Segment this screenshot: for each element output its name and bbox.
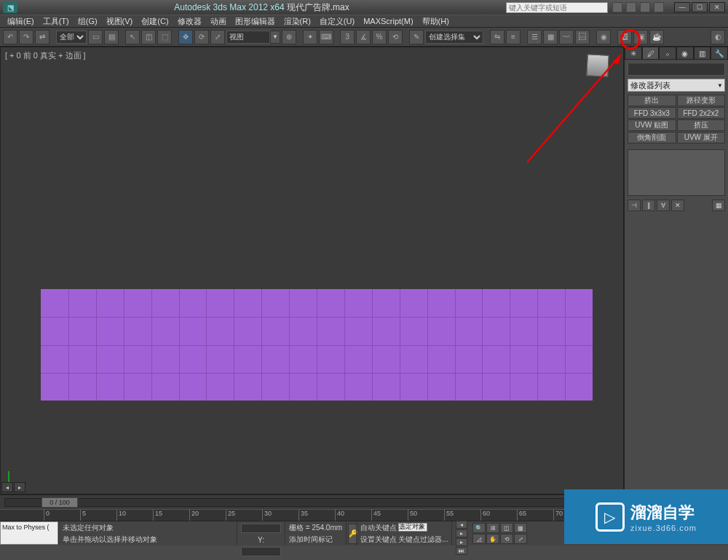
modifier-extrude[interactable]: 挤出 — [628, 95, 676, 106]
select-button[interactable]: ↖ — [125, 30, 140, 44]
zoom-all-button[interactable]: ⊞ — [486, 523, 499, 533]
application-button[interactable]: ⬔ — [3, 1, 17, 13]
autokey-button[interactable]: 自动关键点 — [360, 523, 397, 533]
coord-y-input[interactable] — [241, 547, 281, 556]
minimize-button[interactable]: — — [674, 2, 690, 12]
menu-help[interactable]: 帮助(H) — [418, 16, 454, 27]
curve-editor-button[interactable]: 〰 — [559, 30, 574, 44]
manipulate-button[interactable]: ✦ — [303, 30, 317, 44]
modifier-ffd333[interactable]: FFD 3x3x3 — [628, 107, 676, 119]
add-time-tag[interactable]: 添加时间标记 — [289, 535, 342, 545]
modifier-list-dropdown[interactable]: 修改器列表 — [628, 79, 725, 92]
move-button[interactable]: ✥ — [178, 30, 193, 44]
key-filters-button[interactable]: 关键点过滤器... — [398, 535, 448, 545]
selection-filter-dropdown[interactable]: 全部 — [56, 31, 87, 44]
pin-stack-button[interactable]: ⊣ — [628, 200, 641, 211]
menu-animation[interactable]: 动画 — [206, 16, 231, 27]
keyboard-shortcut-button[interactable]: ⌨ — [319, 30, 333, 44]
setkey-button[interactable]: 设置关键点 — [360, 535, 397, 545]
hierarchy-tab[interactable]: ⬦ — [659, 47, 676, 60]
modifier-stack[interactable] — [628, 149, 725, 196]
align-button[interactable]: ≡ — [506, 30, 521, 44]
configure-sets-button[interactable]: ▦ — [712, 200, 725, 211]
mirror-button[interactable]: ⇋ — [490, 30, 505, 44]
reference-coord-dropdown[interactable]: 视图▼ — [226, 31, 280, 44]
modifier-ffd222[interactable]: FFD 2x2x2 — [677, 107, 726, 119]
help-search-input[interactable] — [506, 2, 608, 13]
goto-end-button[interactable]: ⏭ — [456, 547, 467, 555]
schematic-view-button[interactable]: ⿳ — [575, 30, 590, 44]
modifier-pathdeform[interactable]: 路径变形 — [677, 95, 726, 106]
zoom-extents-all-button[interactable]: ▦ — [514, 523, 527, 533]
material-editor-button[interactable]: ◉ — [596, 30, 611, 44]
pan-button[interactable]: ✋ — [486, 534, 499, 544]
menu-customize[interactable]: 自定义(U) — [315, 16, 359, 27]
select-region-button[interactable]: ◫ — [141, 30, 156, 44]
maxmin-viewport-button[interactable]: ⤢ — [514, 534, 527, 544]
motion-tab[interactable]: ◉ — [676, 47, 694, 60]
plane-object[interactable] — [41, 289, 593, 401]
snap-toggle-button[interactable]: 3 — [340, 30, 355, 44]
render-button[interactable]: ☕ — [649, 30, 664, 44]
window-crossing-button[interactable]: ⬚ — [157, 30, 172, 44]
percent-snap-button[interactable]: % — [372, 30, 387, 44]
make-unique-button[interactable]: ∀ — [657, 200, 670, 211]
key-selection-input[interactable] — [398, 523, 427, 532]
viewport-prev[interactable]: ◂ — [1, 482, 13, 492]
rendered-frame-button[interactable]: ▣ — [633, 30, 648, 44]
time-slider-thumb[interactable]: 0 / 100 — [41, 497, 78, 508]
angle-snap-button[interactable]: ∡ — [356, 30, 371, 44]
menu-edit[interactable]: 编辑(E) — [3, 16, 39, 27]
maxscript-listener[interactable]: Max to Physes ( — [0, 521, 58, 545]
link-button[interactable]: ⇄ — [35, 30, 50, 44]
display-tab[interactable]: ▥ — [694, 47, 711, 60]
spinner-snap-button[interactable]: ⟲ — [388, 30, 403, 44]
favorites-icon[interactable] — [626, 2, 636, 12]
next-frame-button[interactable]: ▸ — [456, 538, 467, 546]
viewport[interactable]: [ + 0 前 0 真实 + 边面 ] — [0, 47, 624, 494]
viewcube[interactable] — [586, 54, 609, 77]
zoom-extents-button[interactable]: ◫ — [500, 523, 513, 533]
help-icon[interactable] — [654, 2, 664, 12]
layer-manager-button[interactable]: ☰ — [527, 30, 542, 44]
menu-create[interactable]: 创建(C) — [137, 16, 173, 27]
menu-maxscript[interactable]: MAXScript(M) — [359, 17, 417, 25]
modifier-bevelprofile[interactable]: 倒角剖面 — [628, 132, 676, 143]
edit-named-selection-button[interactable]: ✎ — [409, 30, 424, 44]
create-tab[interactable]: ✳ — [625, 47, 642, 60]
play-button[interactable]: ▸ — [456, 529, 467, 537]
redo-button[interactable]: ↷ — [19, 30, 33, 44]
named-selection-dropdown[interactable]: 创建选择集 — [425, 31, 483, 44]
orbit-button[interactable]: ⟲ — [500, 534, 513, 544]
modifier-uvwunwrap[interactable]: UVW 展开 — [677, 132, 726, 143]
modify-tab[interactable]: 🖊 — [642, 47, 660, 60]
fov-button[interactable]: ◿ — [472, 534, 486, 544]
menu-group[interactable]: 组(G) — [74, 16, 102, 27]
search-icon[interactable] — [612, 2, 622, 12]
coord-x-input[interactable] — [241, 524, 281, 533]
render-setup-button[interactable]: 🖼 — [617, 30, 632, 44]
remove-modifier-button[interactable]: ✕ — [671, 200, 684, 211]
object-name-input[interactable] — [628, 63, 725, 76]
maximize-button[interactable]: ☐ — [692, 2, 708, 12]
utilities-tab[interactable]: 🔧 — [711, 47, 728, 60]
modifier-uvwmap[interactable]: UVW 贴图 — [628, 119, 676, 131]
menu-views[interactable]: 视图(V) — [102, 16, 138, 27]
pivot-button[interactable]: ⊕ — [282, 30, 296, 44]
viewport-label[interactable]: [ + 0 前 0 真实 + 边面 ] — [5, 50, 86, 61]
scale-button[interactable]: ⤢ — [210, 30, 225, 44]
select-object-button[interactable]: ▭ — [88, 30, 103, 44]
toolbar-handle[interactable]: ◐ — [711, 30, 725, 44]
close-button[interactable]: ✕ — [709, 2, 725, 12]
select-by-name-button[interactable]: ▤ — [104, 30, 119, 44]
menu-graph-editors[interactable]: 图形编辑器 — [231, 16, 280, 27]
modifier-push[interactable]: 挤压 — [677, 119, 726, 131]
viewport-next[interactable]: ▸ — [14, 482, 25, 492]
zoom-button[interactable]: 🔍 — [472, 523, 486, 533]
menu-modifiers[interactable]: 修改器 — [173, 16, 206, 27]
signin-icon[interactable] — [640, 2, 650, 12]
show-end-result-button[interactable]: ‖ — [642, 200, 655, 211]
graphite-button[interactable]: ▦ — [543, 30, 558, 44]
menu-tools[interactable]: 工具(T) — [39, 16, 74, 27]
undo-button[interactable]: ↶ — [3, 30, 17, 44]
